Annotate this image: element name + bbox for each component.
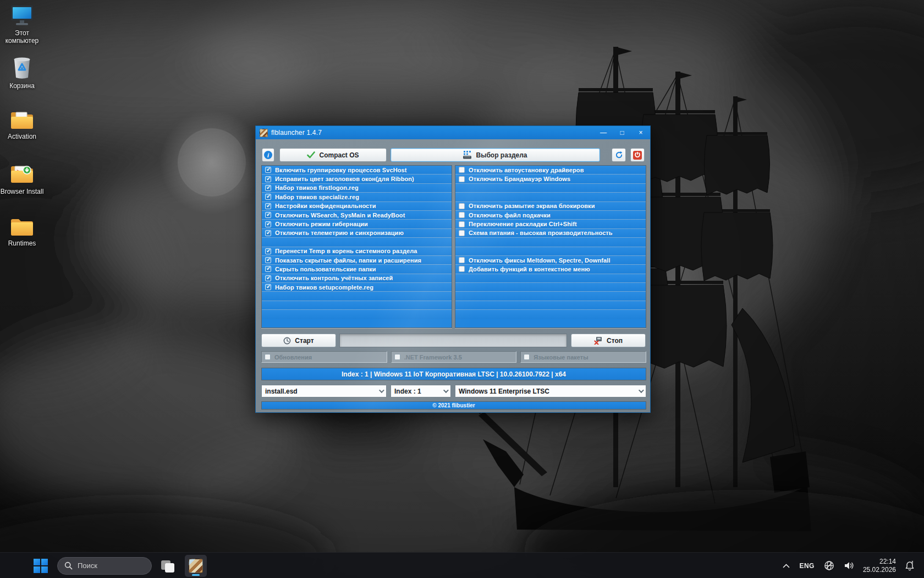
- checkbox[interactable]: [265, 354, 271, 360]
- checkbox[interactable]: [265, 230, 271, 236]
- tweak-label: Набор твиков specialize.reg: [275, 194, 359, 200]
- tweak-row[interactable]: [262, 301, 452, 310]
- notification-bell-icon[interactable]: z: [903, 557, 916, 575]
- checkbox[interactable]: [265, 212, 271, 218]
- tweak-row[interactable]: Отключить режим гибернации: [262, 220, 452, 228]
- power-button[interactable]: [630, 148, 645, 162]
- tweak-row[interactable]: Отключить фиксы Meltdown, Spectre, Downf…: [455, 256, 646, 265]
- tweak-row[interactable]: Отключить контроль учётных записей: [262, 274, 452, 283]
- tweak-row[interactable]: Отключить файл подкачки: [455, 211, 646, 220]
- checkbox[interactable]: [265, 176, 271, 182]
- info-button[interactable]: i: [262, 148, 274, 162]
- tweak-label: Отключить размытие экрана блокировки: [469, 203, 595, 209]
- checkbox[interactable]: [524, 354, 530, 360]
- tweak-row[interactable]: Переключение раскладки Ctrl+Shift: [455, 220, 646, 228]
- tweak-row[interactable]: [455, 238, 646, 247]
- stop-button[interactable]: Стоп: [571, 334, 646, 347]
- desktop-icon-runtimes[interactable]: Runtimes: [0, 216, 46, 247]
- checkbox[interactable]: [459, 221, 465, 227]
- tweak-row[interactable]: [455, 193, 646, 201]
- checkbox[interactable]: [265, 275, 271, 281]
- taskbar-search[interactable]: [57, 557, 152, 575]
- tweak-row[interactable]: [455, 283, 646, 292]
- tweak-row[interactable]: Отключить Брандмауэр Windows: [455, 175, 646, 183]
- network-globe-icon[interactable]: [823, 557, 835, 575]
- tweak-row[interactable]: Отключить размытие экрана блокировки: [455, 202, 646, 211]
- checkbox[interactable]: [459, 266, 465, 272]
- checkbox[interactable]: [459, 212, 465, 218]
- checkbox[interactable]: [265, 203, 271, 209]
- desktop-icon-label: Browser Install: [1, 188, 44, 195]
- checkbox[interactable]: [459, 257, 465, 263]
- tweak-row[interactable]: [455, 292, 646, 301]
- tweak-row[interactable]: Настройки конфиденциальности: [262, 202, 452, 211]
- edition-select[interactable]: Windows 11 Enterprise LTSC: [455, 385, 646, 397]
- desktop-icon-activation[interactable]: Activation: [0, 109, 46, 140]
- titlebar[interactable]: flblauncher 1.4.7 — □ ×: [256, 126, 650, 139]
- option-checkbox-item[interactable]: Обновления: [261, 351, 387, 363]
- tweak-row[interactable]: [262, 292, 452, 301]
- partition-select-button[interactable]: Выбор раздела: [391, 148, 600, 162]
- checkbox[interactable]: [394, 354, 400, 360]
- start-menu-button[interactable]: [31, 555, 51, 576]
- tweak-label: Перенести Temp в корень системного разде…: [275, 248, 417, 254]
- checkbox[interactable]: [265, 221, 271, 227]
- checkbox[interactable]: [265, 185, 271, 191]
- task-view-button[interactable]: [158, 555, 178, 576]
- tweak-row[interactable]: Добавить функций в контекстное меню: [455, 265, 646, 274]
- tweak-row[interactable]: Набор твиков specialize.reg: [262, 193, 452, 201]
- tweak-row[interactable]: Набор твиков setupcomplete.reg: [262, 283, 452, 292]
- tweak-row[interactable]: Набор твиков firstlogon.reg: [262, 184, 452, 193]
- option-checkbox-item[interactable]: Языковые пакеты: [520, 351, 646, 363]
- tweak-row[interactable]: Схема питания - высокая производительнос…: [455, 229, 646, 238]
- tweak-row[interactable]: Включить группировку процессов SvcHost: [262, 166, 452, 175]
- desktop-icon-recycle-bin[interactable]: Корзина: [0, 55, 46, 90]
- compact-os-button[interactable]: Compact OS: [279, 148, 387, 162]
- tweak-row[interactable]: Показать скрытые файлы, папки и расширен…: [262, 256, 452, 265]
- checkbox[interactable]: [265, 266, 271, 272]
- chevron-down-icon: [379, 388, 384, 393]
- checkbox[interactable]: [459, 230, 465, 236]
- close-button[interactable]: ×: [631, 126, 650, 139]
- maximize-button[interactable]: □: [613, 126, 631, 139]
- start-button[interactable]: Старт: [261, 334, 336, 347]
- tweak-row[interactable]: Отключить телеметрию и синхронизацию: [262, 229, 452, 238]
- option-checkbox-item[interactable]: .NET Framework 3.5: [391, 351, 517, 363]
- tweak-row[interactable]: Отключить автоустановку драйверов: [455, 166, 646, 175]
- desktop-icon-browser-install[interactable]: Browser Install: [0, 163, 46, 195]
- volume-icon[interactable]: [843, 557, 856, 575]
- minimize-button[interactable]: —: [594, 126, 613, 139]
- checkbox[interactable]: [265, 194, 271, 200]
- tweak-label: Отключить WSearch, SysMain и ReadyBoot: [275, 212, 405, 219]
- checkbox[interactable]: [459, 167, 465, 173]
- show-hidden-icons-button[interactable]: [782, 557, 791, 575]
- desktop-icon-this-pc[interactable]: Этот компьютер: [0, 4, 46, 45]
- desktop-icon-label: Activation: [8, 133, 36, 140]
- tweak-row[interactable]: [455, 247, 646, 256]
- checkbox[interactable]: [459, 176, 465, 182]
- tweak-row[interactable]: Перенести Temp в корень системного разде…: [262, 247, 452, 256]
- checkbox[interactable]: [459, 203, 465, 209]
- tweak-row[interactable]: [455, 274, 646, 283]
- image-file-select[interactable]: install.esd: [261, 385, 387, 397]
- language-indicator[interactable]: ENG: [798, 557, 816, 575]
- tweak-row[interactable]: [262, 238, 452, 247]
- tweak-row[interactable]: [455, 184, 646, 193]
- index-select[interactable]: Index : 1: [391, 385, 451, 397]
- checkbox[interactable]: [265, 248, 271, 254]
- option-label: Обновления: [274, 354, 312, 361]
- partition-icon: [463, 151, 472, 159]
- checkbox[interactable]: [265, 167, 271, 173]
- refresh-button[interactable]: [612, 148, 626, 162]
- tweak-row[interactable]: Исправить цвет заголовков окон(для Ribbo…: [262, 175, 452, 183]
- tweak-row[interactable]: [262, 310, 452, 319]
- taskbar-app-flblauncher[interactable]: [185, 555, 207, 577]
- tweak-row[interactable]: Отключить WSearch, SysMain и ReadyBoot: [262, 211, 452, 220]
- tweak-row[interactable]: Скрыть пользовательские папки: [262, 265, 452, 274]
- tweak-row[interactable]: [455, 301, 646, 310]
- checkbox[interactable]: [265, 257, 271, 263]
- search-input[interactable]: [78, 561, 138, 570]
- tweak-row[interactable]: [455, 310, 646, 319]
- checkbox[interactable]: [265, 284, 271, 290]
- taskbar-clock[interactable]: 22:14 25.02.2026: [863, 558, 896, 574]
